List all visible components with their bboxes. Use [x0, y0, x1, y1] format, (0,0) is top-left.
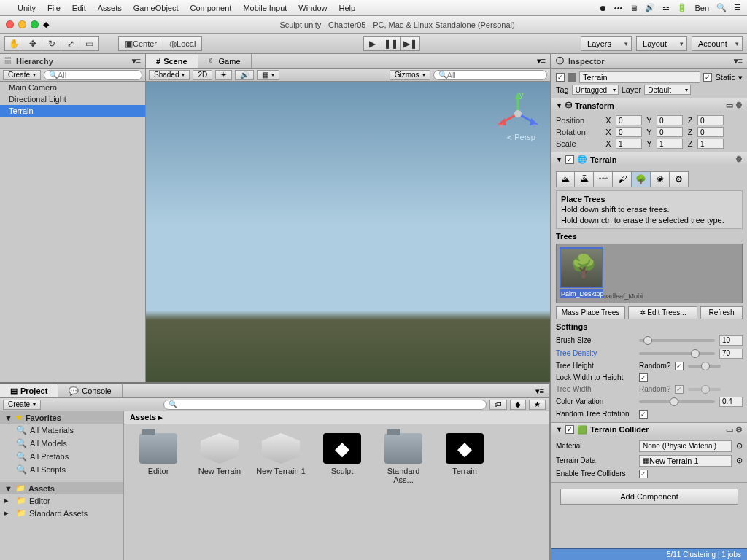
- random-rotation-checkbox[interactable]: ✓: [639, 410, 648, 419]
- screencast-icon[interactable]: ⏺: [599, 4, 607, 12]
- 2d-toggle[interactable]: 2D: [193, 70, 212, 80]
- hierarchy-create-dropdown[interactable]: Create: [3, 70, 41, 80]
- scene-search[interactable]: 🔍All: [433, 70, 547, 80]
- edit-trees-button[interactable]: ✲ Edit Trees...: [628, 306, 697, 319]
- tree-thumbnail[interactable]: [560, 247, 603, 288]
- filter-icon[interactable]: 🏷: [489, 400, 507, 410]
- menu-file[interactable]: File: [47, 4, 61, 12]
- tree-folder[interactable]: ▸📁Editor: [0, 494, 123, 507]
- menu-help[interactable]: Help: [338, 4, 355, 12]
- transform-x[interactable]: 0: [616, 115, 642, 125]
- color-variation-value[interactable]: 0.4: [719, 397, 743, 407]
- brush-size-value[interactable]: 10: [719, 335, 743, 346]
- move-tool[interactable]: ✥: [23, 36, 42, 51]
- orientation-gizmo[interactable]: y x z: [496, 92, 540, 136]
- gear-icon[interactable]: ▭ ⚙: [726, 101, 743, 110]
- gizmos-dropdown[interactable]: Gizmos: [390, 70, 430, 80]
- menu-edit[interactable]: Edit: [72, 4, 86, 12]
- asset-item[interactable]: New Terrain: [194, 433, 245, 475]
- static-checkbox[interactable]: ✓: [703, 73, 712, 82]
- minimize-button[interactable]: [18, 20, 26, 28]
- paint-texture-tool[interactable]: 🖌: [613, 171, 632, 187]
- tree-height-slider[interactable]: [688, 365, 721, 368]
- layer-dropdown[interactable]: Default: [644, 85, 691, 95]
- menu-component[interactable]: Component: [190, 4, 232, 12]
- static-dropdown-icon[interactable]: ▾: [738, 73, 743, 82]
- mass-place-trees-button[interactable]: Mass Place Trees: [556, 306, 625, 319]
- inspector-tab[interactable]: ⓘ Inspector▾≡: [551, 54, 747, 69]
- asset-item[interactable]: ◆Sculpt: [317, 433, 368, 475]
- brush-size-slider[interactable]: [639, 339, 715, 342]
- transform-y[interactable]: 0: [657, 127, 683, 137]
- assets-header[interactable]: ▼📁Assets: [0, 482, 123, 494]
- hierarchy-search[interactable]: 🔍All: [44, 70, 142, 80]
- tree-folder[interactable]: ▸📁Standard Assets: [0, 507, 123, 519]
- rect-tool[interactable]: ▭: [80, 36, 99, 51]
- fold-icon[interactable]: ▼: [556, 426, 562, 433]
- transform-z[interactable]: 1: [697, 139, 724, 149]
- transform-z[interactable]: 0: [697, 127, 724, 137]
- enable-tree-colliders-checkbox[interactable]: ✓: [639, 470, 648, 478]
- hierarchy-tab[interactable]: ☰ Hierarchy▾≡: [0, 54, 145, 69]
- favorites-header[interactable]: ▼★Favorites: [0, 411, 123, 424]
- gear-icon[interactable]: ▭ ⚙: [726, 425, 743, 435]
- tab-console[interactable]: 💬 Console: [58, 384, 122, 397]
- wifi-icon[interactable]: ⚍: [662, 3, 670, 12]
- terrain-data-field[interactable]: ▦New Terrain 1: [639, 455, 732, 467]
- tag-dropdown[interactable]: Untagged: [572, 85, 619, 95]
- hierarchy-item-selected[interactable]: Terrain: [0, 105, 145, 117]
- fx-toggle[interactable]: ▦: [257, 70, 279, 80]
- maximize-button[interactable]: [31, 20, 39, 28]
- paint-details-tool[interactable]: ❀: [651, 171, 670, 187]
- asset-item[interactable]: Editor: [133, 433, 184, 475]
- add-component-button[interactable]: Add Component: [560, 489, 738, 505]
- raise-lower-tool[interactable]: ⛰: [556, 171, 575, 187]
- menu-gameobject[interactable]: GameObject: [133, 4, 179, 12]
- volume-icon[interactable]: 🔊: [645, 3, 655, 12]
- paint-height-tool[interactable]: ⛰̄: [575, 171, 594, 187]
- shading-dropdown[interactable]: Shaded: [149, 70, 190, 80]
- menu-icon[interactable]: ☰: [734, 3, 741, 12]
- color-variation-slider[interactable]: [639, 400, 715, 403]
- lighting-toggle[interactable]: ☀: [215, 70, 232, 80]
- tab-game[interactable]: ☾ Game: [198, 54, 252, 68]
- fold-icon[interactable]: ▼: [556, 156, 562, 163]
- asset-item[interactable]: ◆Terrain: [439, 433, 490, 475]
- hierarchy-item[interactable]: Main Camera: [0, 82, 145, 93]
- pause-button[interactable]: ❚❚: [382, 36, 401, 51]
- asset-item[interactable]: Standard Ass...: [378, 433, 429, 484]
- close-button[interactable]: [6, 20, 14, 28]
- favorite-item[interactable]: 🔍All Materials: [0, 424, 123, 437]
- more-icon[interactable]: •••: [614, 4, 623, 12]
- object-picker-icon[interactable]: ⊙: [736, 441, 743, 451]
- filter-type-icon[interactable]: ◆: [510, 400, 526, 410]
- tree-density-value[interactable]: 70: [719, 349, 743, 359]
- transform-y[interactable]: 0: [657, 115, 683, 125]
- project-search[interactable]: 🔍: [163, 400, 487, 410]
- pivot-center-button[interactable]: ▣ Center: [118, 36, 163, 51]
- asset-item[interactable]: New Terrain 1: [255, 433, 306, 475]
- fold-icon[interactable]: ▼: [556, 102, 562, 109]
- favorite-item[interactable]: 🔍All Models: [0, 437, 123, 450]
- gear-icon[interactable]: ⚙: [735, 155, 743, 164]
- account-dropdown[interactable]: Account: [692, 36, 743, 51]
- scale-tool[interactable]: ⤢: [61, 36, 80, 51]
- collider-enabled-checkbox[interactable]: ✓: [565, 425, 574, 434]
- tree-density-slider[interactable]: [639, 352, 715, 355]
- object-picker-icon[interactable]: ⊙: [736, 456, 743, 465]
- object-enabled-checkbox[interactable]: ✓: [556, 73, 565, 82]
- menu-window[interactable]: Window: [298, 4, 327, 12]
- save-search-icon[interactable]: ★: [529, 400, 546, 410]
- project-create-dropdown[interactable]: Create: [3, 400, 41, 410]
- smooth-tool[interactable]: 〰: [594, 171, 613, 187]
- play-button[interactable]: ▶: [363, 36, 382, 51]
- breadcrumb[interactable]: Assets ▸: [124, 411, 549, 424]
- layout-dropdown[interactable]: Layout: [636, 36, 687, 51]
- place-trees-tool[interactable]: 🌳: [632, 171, 651, 187]
- terrain-enabled-checkbox[interactable]: ✓: [565, 155, 574, 164]
- terrain-settings-tool[interactable]: ⚙: [670, 171, 689, 187]
- battery-icon[interactable]: 🔋: [677, 3, 687, 12]
- transform-x[interactable]: 0: [616, 127, 642, 137]
- rotate-tool[interactable]: ↻: [42, 36, 61, 51]
- transform-z[interactable]: 0: [697, 115, 724, 125]
